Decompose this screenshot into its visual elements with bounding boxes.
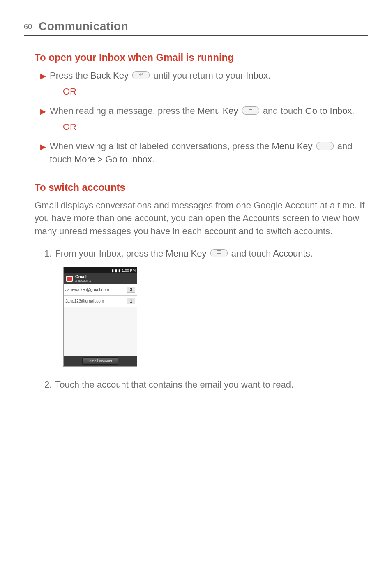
bullet-menu-key-labeled: ▶ When viewing a list of labeled convers… (40, 140, 368, 166)
page-header: 60 Communication (24, 20, 368, 36)
menu-key-label: Menu Key (166, 248, 206, 259)
menu-key-icon (316, 142, 334, 150)
menu-key-label: Menu Key (272, 141, 313, 151)
text-fragment: and touch (229, 248, 273, 259)
phone-empty-area (64, 307, 137, 356)
status-time: 1:00 PM (122, 268, 136, 273)
or-separator: OR (63, 122, 368, 132)
inbox-label: Inbox (246, 70, 268, 81)
chapter-title: Communication (39, 20, 128, 33)
text-fragment: . (310, 248, 313, 259)
text-fragment: and touch (261, 106, 305, 116)
text-fragment: until you return to your (151, 70, 246, 81)
back-key-icon (132, 71, 150, 79)
bullet-text: Press the Back Key until you return to y… (50, 69, 368, 82)
text-fragment: Press the (50, 70, 90, 81)
app-subtitle: 2 accounts (75, 279, 91, 283)
app-header-text: Gmail 2 accounts (75, 275, 91, 283)
bullet-marker-icon: ▶ (40, 106, 46, 117)
gmail-icon (66, 276, 73, 282)
text-fragment: When reading a message, press the (50, 106, 198, 116)
menu-key-icon (210, 249, 228, 257)
page-number: 60 (24, 23, 32, 31)
battery-icon: ▮ (118, 268, 120, 273)
phone-status-bar: ▮ ▮ ▮ 1:00 PM (64, 267, 137, 273)
text-fragment: When viewing a list of labeled conversat… (50, 141, 272, 151)
menu-key-icon (242, 106, 259, 115)
step-2: 2. Touch the account that contains the e… (44, 378, 368, 391)
bullet-text: When reading a message, press the Menu K… (50, 104, 368, 118)
account-email: Janewalker@gmail.com (65, 287, 109, 292)
signal-bars-icon: ▮ (115, 268, 117, 273)
text-fragment: . (352, 106, 354, 116)
bullet-marker-icon: ▶ (40, 141, 46, 152)
step-1: 1. From your Inbox, press the Menu Key a… (44, 247, 368, 260)
text-fragment: . (152, 154, 154, 164)
gmail-account-button[interactable]: Gmail account (82, 357, 118, 365)
go-to-inbox-label: Go to Inbox (305, 106, 352, 116)
text-fragment: . (268, 70, 270, 81)
step-text: Touch the account that contains the emai… (55, 378, 368, 391)
bullet-text: When viewing a list of labeled conversat… (50, 140, 368, 166)
accounts-label: Accounts (273, 248, 310, 259)
bullet-marker-icon: ▶ (40, 71, 46, 81)
step-number: 2. (44, 378, 52, 391)
menu-key-label: Menu Key (198, 106, 238, 116)
section-heading-switch-accounts: To switch accounts (24, 182, 368, 193)
account-row-1[interactable]: Janewalker@gmail.com 3 (64, 284, 137, 296)
bullet-back-key: ▶ Press the Back Key until you return to… (40, 69, 368, 82)
phone-app-header: Gmail 2 accounts (64, 273, 137, 284)
unread-badge: 3 (127, 287, 135, 293)
step-number: 1. (44, 247, 52, 260)
switch-accounts-paragraph: Gmail displays conversations and message… (24, 199, 368, 238)
unread-badge: 1 (127, 298, 135, 304)
account-row-2[interactable]: Jane123@gmail.com 1 (64, 296, 137, 307)
bullet-menu-key-reading: ▶ When reading a message, press the Menu… (40, 104, 368, 118)
back-key-label: Back Key (90, 70, 129, 81)
or-separator: OR (63, 86, 368, 97)
account-email: Jane123@gmail.com (65, 299, 104, 303)
step-text: From your Inbox, press the Menu Key and … (55, 247, 368, 260)
accounts-screenshot: ▮ ▮ ▮ 1:00 PM Gmail 2 accounts Janewalke… (63, 267, 137, 367)
section-heading-open-inbox: To open your Inbox when Gmail is running (24, 52, 368, 63)
phone-bottom-bar: Gmail account (64, 356, 137, 366)
text-fragment: From your Inbox, press the (55, 248, 166, 259)
signal-3g-icon: ▮ (112, 268, 114, 273)
more-go-to-inbox-label: More > Go to Inbox (74, 154, 152, 164)
